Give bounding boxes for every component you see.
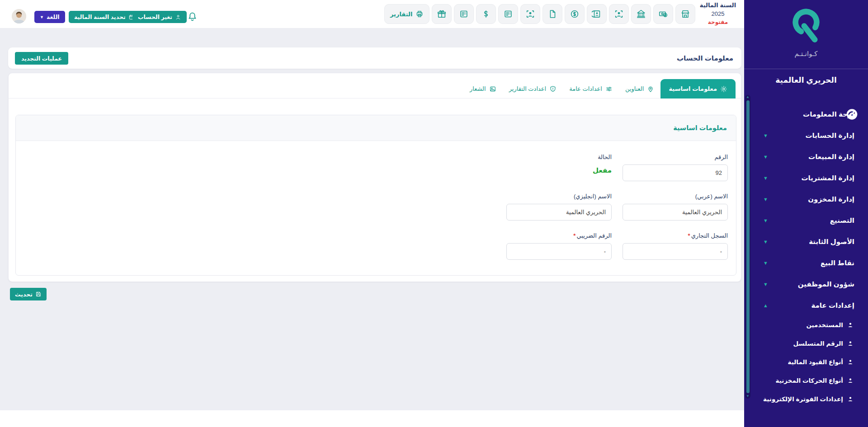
sidebar-item-label: إدارة المبيعات [808, 153, 854, 161]
sidebar-item-label: إدارة المخزون [808, 195, 854, 203]
sidebar-item-label: الأصول الثابتة [809, 238, 854, 246]
status-value: مفعل [506, 166, 612, 174]
sidebar-subitem[interactable]: المستخدمين [744, 315, 868, 334]
tab[interactable]: معلومات اساسية [660, 79, 736, 99]
sidebar-subitem[interactable]: أنواع الحركات المخزنية [744, 371, 868, 389]
tab[interactable]: الشعار [463, 79, 503, 99]
select-fiscal-year-button[interactable]: تحديد السنة المالية [69, 11, 140, 23]
caret-icon: ▼ [763, 154, 768, 160]
toolbar-icon-button[interactable] [454, 4, 474, 24]
sidebar-item[interactable]: ▼ إدارة المشتريات [744, 167, 868, 188]
quick-access-toolbar: التقارير [384, 4, 695, 24]
caret-icon: ▼ [763, 175, 768, 181]
sidebar-item-label: إعدادات عامة [811, 301, 854, 310]
name-english-input[interactable] [506, 204, 612, 221]
toolbar-icon-button[interactable] [432, 4, 452, 24]
name-arabic-input[interactable] [623, 204, 728, 221]
field-name-arabic: الاسم (عربي) [623, 193, 728, 221]
dollar-icon [481, 9, 491, 19]
change-account-button[interactable]: تغير الحساب [132, 11, 187, 23]
coin-icon [570, 9, 580, 19]
fiscal-year-status: مفتوحة [694, 19, 741, 26]
topbar: اللغة ▼ تحديد السنة المالية تغير الحساب … [0, 0, 744, 28]
sidebar-subitem-label: أنواع القيود المالية [788, 358, 843, 366]
invoice-icon [459, 9, 469, 19]
user-icon [847, 395, 854, 403]
tax-number-input[interactable] [506, 243, 612, 260]
sidebar-subitem[interactable]: أنواع القيود المالية [744, 352, 868, 371]
commercial-register-input[interactable] [623, 243, 728, 260]
user-icon [847, 321, 854, 328]
status-label: الحالة [506, 154, 612, 160]
sidebar-subitem[interactable]: الرقم المتسلسل [744, 334, 868, 352]
toolbar-icon-button[interactable] [565, 4, 585, 24]
field-status: الحالة مفعل [506, 154, 612, 181]
sidebar-item[interactable]: لوحة المعلومات [744, 103, 868, 125]
update-button[interactable]: تحديث [10, 288, 47, 300]
number-input[interactable] [623, 164, 728, 181]
language-label: اللغة [47, 14, 60, 20]
caret-icon: ▼ [763, 197, 768, 202]
tab[interactable]: اعدادات عامة [563, 79, 619, 99]
select-fiscal-year-label: تحديد السنة المالية [74, 14, 126, 20]
field-number: الرقم [623, 154, 728, 181]
tax-number-label: الرقم الضريبي [576, 232, 612, 239]
toolbar-icon-button[interactable] [609, 4, 629, 24]
caret-icon: ▼ [763, 218, 768, 223]
avatar-photo [12, 9, 26, 23]
sidebar-item[interactable]: ▼ نقاط البيع [744, 252, 868, 273]
name-english-label: الاسم (انجليزي) [506, 193, 612, 200]
sidebar-item[interactable]: ▼ الأصول الثابتة [744, 231, 868, 252]
id-card-icon [525, 9, 535, 19]
company-name: الحريري العالمية [744, 69, 868, 85]
chevron-down-icon: ▼ [40, 15, 44, 19]
sidebar-subitem[interactable]: إعدادات الفوترة الإلكترونية [744, 389, 868, 408]
caret-icon: ▼ [763, 260, 768, 266]
sidebar-item[interactable]: ▼ إدارة الحسابات [744, 125, 868, 146]
sidebar-item-label: لوحة المعلومات [803, 110, 854, 118]
toolbar-icon-button[interactable] [476, 4, 496, 24]
scrollbar-up-arrow[interactable]: ▲ [745, 95, 750, 99]
tabs: معلومات اساسية العناوين اعدادات عامة [463, 79, 736, 99]
id-card-icon [614, 9, 624, 19]
required-asterisk: * [573, 232, 576, 239]
tab[interactable]: العناوين [619, 79, 661, 99]
toolbar-icon-button[interactable] [675, 4, 695, 24]
toolbar-icon-list [432, 4, 695, 24]
pin-icon [647, 85, 654, 93]
sidebar-item-label: شؤون الموظفين [798, 280, 854, 288]
image-icon [489, 85, 496, 93]
toolbar-icon-button[interactable] [542, 4, 562, 24]
required-asterisk: * [688, 232, 690, 239]
sidebar: ▲ ▼ كـوانـتـم الحريري العالمية لوحة المع… [744, 0, 868, 427]
sidebar-item[interactable]: ▼ شؤون الموظفين [744, 273, 868, 295]
sidebar-item[interactable]: ▼ إدارة المخزون [744, 188, 868, 210]
field-name-english: الاسم (انجليزي) [506, 193, 612, 221]
toolbar-icon-button[interactable] [520, 4, 540, 24]
sidebar-subitem-label: إعدادات الفوترة الإلكترونية [763, 395, 843, 403]
tab[interactable]: اعدادت التقارير [503, 79, 563, 99]
sidebar-item[interactable]: ▼ التصنيع [744, 210, 868, 231]
update-label: تحديث [15, 291, 33, 298]
section-title: معلومات اساسية [16, 115, 736, 141]
caret-icon: ▲ [763, 303, 768, 308]
renewal-operations-button[interactable]: عمليات التجديد [15, 52, 68, 65]
tab-label: العناوين [625, 85, 644, 92]
sidebar-submenu: المستخدمين الرقم المتسلسل أنواع القيود ا… [744, 315, 868, 408]
person-icon [175, 14, 181, 20]
gear-icon [720, 85, 727, 93]
toolbar-icon-button[interactable] [587, 4, 607, 24]
language-button[interactable]: اللغة ▼ [34, 11, 65, 23]
sidebar-item[interactable]: ▼ إدارة المبيعات [744, 146, 868, 167]
notifications-button[interactable] [186, 11, 198, 23]
toolbar-icon-button[interactable] [631, 4, 651, 24]
reports-button[interactable]: التقارير [384, 4, 429, 24]
user-avatar[interactable] [12, 9, 26, 23]
user-icon [847, 377, 854, 384]
sidebar-item[interactable]: ▲ إعدادات عامة [744, 295, 868, 316]
gift-icon [437, 9, 447, 19]
number-label: الرقم [623, 154, 728, 160]
toolbar-icon-button[interactable] [498, 4, 518, 24]
money-icon [658, 9, 668, 19]
toolbar-icon-button[interactable] [653, 4, 673, 24]
